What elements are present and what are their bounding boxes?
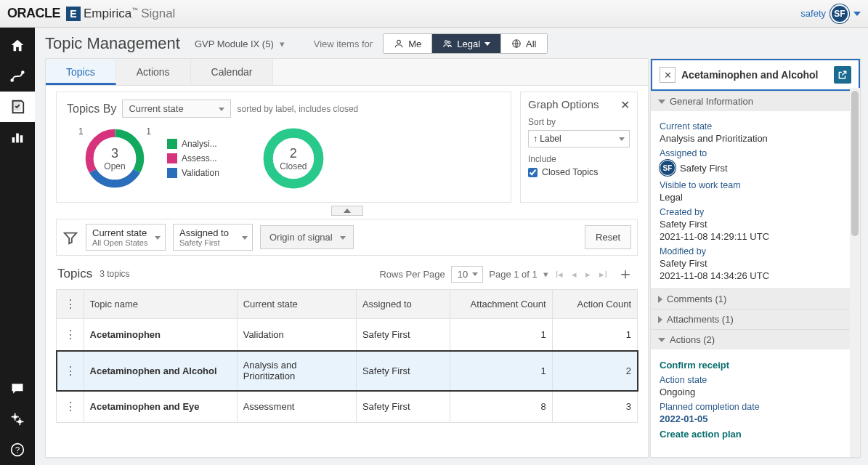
table-row[interactable]: ⋮ Acetaminophen Validation Safety First … <box>57 319 638 351</box>
svg-point-11 <box>448 41 450 44</box>
scrollbar[interactable] <box>850 88 860 457</box>
closed-topics-checkbox[interactable] <box>528 168 538 177</box>
page-title: Topic Management <box>45 34 180 53</box>
open-in-new-icon[interactable] <box>834 66 851 84</box>
top-bar: ORACLE E Empirica™ Signal safety SF <box>0 0 868 28</box>
close-icon[interactable]: ✕ <box>620 98 630 112</box>
next-page-icon[interactable]: ▸ <box>584 269 592 280</box>
scope-me[interactable]: Me <box>384 34 432 53</box>
action-create-plan[interactable]: Create action plan <box>660 429 851 440</box>
column-menu-icon[interactable]: ⋮ <box>65 298 76 310</box>
scope-all[interactable]: All <box>501 34 546 53</box>
col-assigned[interactable]: Assigned to <box>356 290 450 319</box>
close-panel-button[interactable]: ✕ <box>660 67 676 83</box>
reset-button[interactable]: Reset <box>585 225 631 249</box>
cell-act: 1 <box>552 319 637 351</box>
sort-by-label: Sort by <box>528 117 556 127</box>
page-info: Page 1 of 1 <box>489 269 538 280</box>
nav-home[interactable] <box>0 31 35 61</box>
module-dropdown[interactable]: GVP Module IX (5) ▾ <box>190 36 289 52</box>
page-header: Topic Management GVP Module IX (5) ▾ Vie… <box>45 33 861 54</box>
filter-bar: Current stateAll Open States Assigned to… <box>56 219 638 256</box>
svg-point-9 <box>397 40 401 44</box>
svg-point-6 <box>18 420 22 424</box>
collapse-button[interactable] <box>331 206 363 216</box>
mb-value: Safety First <box>660 258 851 269</box>
chevron-down-icon <box>853 12 861 16</box>
avatar-icon: SF <box>660 160 676 176</box>
cb-value: Safety First <box>660 219 851 230</box>
acc-actions[interactable]: Actions (2) <box>651 329 860 349</box>
table-row[interactable]: ⋮ Acetaminophen and Eye Assessment Safet… <box>57 391 638 423</box>
empirica-icon: E <box>66 7 81 21</box>
svg-rect-4 <box>20 135 23 142</box>
tab-bar: Topics Actions Calendar <box>46 59 648 86</box>
acc-comments[interactable]: Comments (1) <box>651 288 860 309</box>
nav-signal[interactable] <box>0 61 35 92</box>
cell-name: Acetaminophen and Eye <box>84 391 237 423</box>
action-pcd-value: 2022-01-05 <box>660 413 851 424</box>
first-page-icon[interactable]: I◂ <box>554 269 565 280</box>
filter-assigned-to[interactable]: Assigned toSafety First <box>173 224 253 251</box>
chart-legend: Analysi... Assess... Validation <box>167 139 219 178</box>
mb-label: Modified by <box>660 246 851 256</box>
cell-name: Acetaminophen <box>84 319 237 351</box>
nav-topics[interactable] <box>0 92 35 122</box>
cell-assigned: Safety First <box>356 351 450 391</box>
action-state-value: Ongoing <box>660 387 851 397</box>
svg-point-1 <box>22 71 24 73</box>
cell-name: Acetaminophen and Alcohol <box>84 351 237 391</box>
left-nav: ? <box>0 28 35 465</box>
signal-label: Signal <box>141 7 175 21</box>
row-menu-icon[interactable]: ⋮ <box>65 400 76 413</box>
nav-feedback[interactable] <box>0 373 35 404</box>
cell-state: Validation <box>237 319 356 351</box>
nav-help[interactable]: ? <box>0 434 35 465</box>
rows-per-page-dropdown[interactable]: 10 <box>451 266 483 283</box>
scope-legal[interactable]: Legal <box>432 34 501 53</box>
cb-date: 2021-11-08 14:29:11 UTC <box>660 231 851 242</box>
add-topic-button[interactable]: ＋ <box>615 263 636 285</box>
nav-settings[interactable] <box>0 404 35 434</box>
acc-general-info[interactable]: General Information <box>651 91 860 111</box>
tab-topics[interactable]: Topics <box>46 59 116 85</box>
topics-table: ⋮ Topic name Current state Assigned to A… <box>56 289 638 423</box>
filter-icon <box>62 230 78 246</box>
group-by-dropdown[interactable]: Current state <box>122 100 231 118</box>
row-menu-icon[interactable]: ⋮ <box>65 365 76 377</box>
cell-att: 1 <box>450 351 552 391</box>
filter-current-state[interactable]: Current stateAll Open States <box>86 224 166 251</box>
col-name[interactable]: Topic name <box>84 290 237 319</box>
wt-value: Legal <box>660 192 851 203</box>
chevron-up-icon <box>344 209 351 213</box>
prev-page-icon[interactable]: ◂ <box>570 269 578 280</box>
svg-rect-3 <box>16 134 19 143</box>
page-info-chevron[interactable]: ▾ <box>543 269 548 280</box>
last-page-icon[interactable]: ▸I <box>598 269 609 280</box>
col-att[interactable]: Attachment Count <box>450 290 552 319</box>
acc-attachments[interactable]: Attachments (1) <box>651 309 860 329</box>
cell-assigned: Safety First <box>356 391 450 423</box>
cell-assigned: Safety First <box>356 319 450 351</box>
table-row[interactable]: ⋮ Acetaminophen and Alcohol Analysis and… <box>57 351 638 391</box>
topics-by-chart: Topics By Current state sorted by label,… <box>56 92 511 203</box>
open-left-count: 1 <box>78 126 84 137</box>
action-pcd-label: Planned completion date <box>660 402 851 412</box>
cell-att: 1 <box>450 319 552 351</box>
user-name: safety <box>800 8 826 19</box>
chevron-down-icon: ▾ <box>280 39 285 49</box>
main-card: Topics Actions Calendar Topics By Curren… <box>45 58 649 458</box>
col-act[interactable]: Action Count <box>552 290 637 319</box>
col-state[interactable]: Current state <box>237 290 356 319</box>
nav-reports[interactable] <box>0 122 35 153</box>
user-menu[interactable]: safety SF <box>800 4 861 23</box>
action-confirm-receipt[interactable]: Confirm receipt <box>660 360 851 371</box>
tab-actions[interactable]: Actions <box>116 59 191 85</box>
cell-state: Analysis and Prioritization <box>237 351 356 391</box>
wt-label: Visible to work team <box>660 180 851 190</box>
svg-point-10 <box>445 41 448 44</box>
tab-calendar[interactable]: Calendar <box>191 59 274 85</box>
row-menu-icon[interactable]: ⋮ <box>65 328 76 341</box>
origin-of-signal-dropdown[interactable]: Origin of signal <box>260 225 354 249</box>
sort-by-dropdown[interactable]: ↑ Label <box>528 130 630 147</box>
